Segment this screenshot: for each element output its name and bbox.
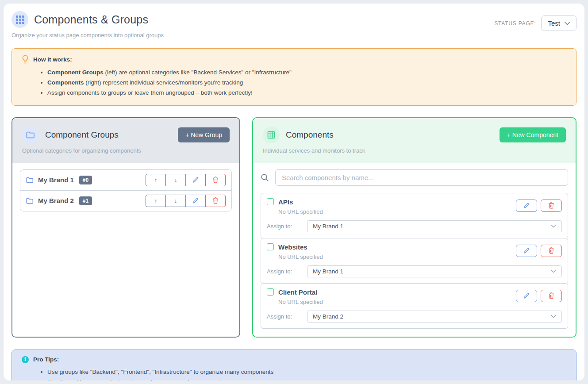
folder-icon — [26, 177, 34, 183]
components-panel-subtitle: Individual services and monitors to trac… — [263, 147, 566, 154]
delete-group-button[interactable] — [205, 195, 226, 207]
pro-tips-item: Use groups like "Backend", "Frontend", "… — [47, 367, 566, 377]
component-url-status: No URL specified — [278, 299, 323, 305]
chevron-down-icon — [551, 315, 556, 318]
trash-icon — [212, 197, 219, 204]
assign-group-select[interactable]: My Brand 1 — [307, 220, 562, 232]
delete-component-button[interactable] — [541, 290, 562, 302]
group-order-badge: #0 — [79, 176, 92, 184]
info-icon: i — [22, 356, 29, 363]
move-down-button[interactable]: ↓ — [165, 195, 186, 207]
component-url-status: No URL specified — [278, 208, 323, 215]
delete-component-button[interactable] — [541, 245, 562, 257]
component-groups-panel: Component Groups + New Group Optional ca… — [12, 117, 240, 338]
groups-panel-subtitle: Optional categories for organizing compo… — [22, 147, 230, 154]
new-component-button[interactable]: + New Component — [500, 127, 566, 142]
component-checkbox[interactable] — [267, 288, 274, 296]
pencil-icon — [523, 293, 530, 299]
trash-icon — [212, 177, 219, 183]
pencil-icon — [192, 177, 199, 183]
components-panel-title: Components — [286, 130, 334, 140]
how-it-works-item: Component Groups (left) are optional cat… — [47, 67, 566, 77]
component-name: Websites — [278, 243, 307, 251]
group-list: My Brand 1 #0 ↑ ↓ — [20, 169, 232, 211]
pencil-icon — [192, 198, 199, 204]
chevron-down-icon — [551, 224, 556, 228]
assign-to-label: Assign to: — [267, 223, 307, 230]
trash-icon — [548, 202, 554, 209]
table-grid-icon — [267, 131, 275, 139]
groups-panel-title: Component Groups — [45, 130, 119, 140]
page-title: Components & Groups — [34, 13, 148, 26]
component-card: APIs No URL specified — [261, 193, 568, 238]
pro-tips-item: Use the up/down arrow buttons to reorder… — [47, 377, 566, 380]
folder-icon-circle — [22, 127, 39, 143]
down-arrow-icon: ↓ — [174, 197, 177, 204]
main-card: Components & Groups Organize your status… — [4, 4, 584, 380]
delete-component-button[interactable] — [541, 200, 562, 212]
group-order-badge: #1 — [79, 196, 92, 205]
group-name: My Brand 1 — [38, 176, 74, 184]
group-row: My Brand 2 #1 ↑ ↓ — [20, 190, 231, 211]
apps-grid-icon — [16, 15, 24, 24]
assigned-group-value: My Brand 1 — [313, 223, 343, 230]
how-it-works-list: Component Groups (left) are optional cat… — [47, 67, 566, 98]
trash-icon — [548, 247, 554, 254]
pro-tips-box: i Pro Tips: Use groups like "Backend", "… — [12, 349, 576, 380]
search-components-input[interactable] — [275, 169, 568, 186]
component-url-status: No URL specified — [278, 253, 323, 260]
page-header: Components & Groups Organize your status… — [12, 11, 576, 38]
component-checkbox[interactable] — [267, 198, 274, 205]
edit-component-button[interactable] — [516, 290, 537, 302]
assigned-group-value: My Brand 2 — [313, 313, 343, 320]
chevron-down-icon — [551, 269, 556, 273]
status-page-selected-value: Test — [548, 19, 560, 27]
components-panel: Components + New Component Individual se… — [252, 117, 576, 338]
move-up-button[interactable]: ↑ — [146, 174, 166, 186]
component-card: Client Portal No URL specified — [261, 283, 568, 329]
edit-group-button[interactable] — [185, 195, 206, 207]
component-name: Client Portal — [278, 288, 317, 296]
down-arrow-icon: ↓ — [174, 177, 177, 184]
move-down-button[interactable]: ↓ — [165, 174, 186, 186]
pro-tips-title: Pro Tips: — [33, 356, 59, 363]
how-it-works-item: Components (right) represent individual … — [47, 77, 566, 88]
move-up-button[interactable]: ↑ — [146, 195, 166, 207]
edit-component-button[interactable] — [516, 245, 537, 257]
assign-group-select[interactable]: My Brand 2 — [307, 311, 562, 323]
trash-icon — [548, 292, 554, 299]
edit-group-button[interactable] — [185, 174, 206, 186]
assign-to-label: Assign to: — [267, 268, 307, 275]
delete-group-button[interactable] — [205, 174, 226, 186]
search-icon — [261, 173, 269, 182]
folder-icon — [26, 198, 34, 204]
grid-icon-circle — [263, 127, 280, 143]
page-subtitle: Organize your status page components int… — [12, 32, 164, 38]
how-it-works-title: How it works: — [33, 56, 72, 63]
new-group-button[interactable]: + New Group — [178, 127, 230, 142]
status-page-label: STATUS PAGE: — [494, 20, 536, 27]
lightbulb-icon — [22, 55, 29, 64]
group-row: My Brand 1 #0 ↑ ↓ — [20, 170, 231, 190]
folder-icon — [26, 131, 35, 138]
edit-component-button[interactable] — [516, 200, 537, 212]
chevron-down-icon — [565, 22, 570, 25]
components-groups-icon — [12, 11, 28, 28]
pro-tips-list: Use groups like "Backend", "Frontend", "… — [47, 367, 566, 380]
up-arrow-icon: ↑ — [154, 177, 158, 184]
pencil-icon — [523, 203, 530, 209]
how-it-works-item: Assign components to groups or leave the… — [47, 88, 566, 98]
component-checkbox[interactable] — [267, 243, 274, 250]
how-it-works-box: How it works: Component Groups (left) ar… — [12, 48, 576, 106]
up-arrow-icon: ↑ — [154, 197, 158, 204]
status-page-select[interactable]: Test — [541, 15, 576, 31]
component-card: Websites No URL specified — [261, 238, 568, 284]
group-name: My Brand 2 — [38, 197, 74, 204]
assigned-group-value: My Brand 1 — [313, 268, 343, 275]
assign-group-select[interactable]: My Brand 1 — [307, 265, 562, 277]
assign-to-label: Assign to: — [267, 313, 307, 320]
pencil-icon — [523, 248, 530, 254]
component-name: APIs — [278, 198, 293, 206]
